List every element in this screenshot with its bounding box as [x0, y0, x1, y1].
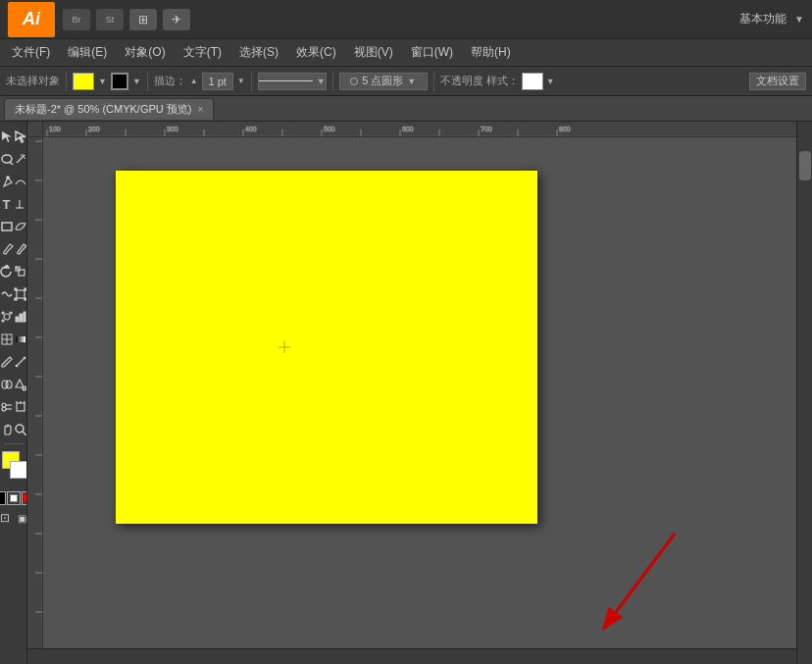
style-arrow-icon[interactable]: ▼: [546, 77, 555, 86]
rectangle-tool-button[interactable]: [0, 216, 14, 237]
line-style-dropdown[interactable]: ▼: [258, 73, 327, 90]
menu-select[interactable]: 选择(S): [231, 40, 286, 65]
menu-file[interactable]: 文件(F): [4, 40, 58, 65]
fill-color-swatch[interactable]: [73, 73, 94, 90]
selection-tool-button[interactable]: [0, 126, 14, 147]
svg-point-6: [6, 177, 8, 179]
type-tool-button[interactable]: T: [0, 193, 13, 215]
menu-object[interactable]: 对象(O): [117, 40, 173, 65]
blob-brush-tool-button[interactable]: [14, 238, 27, 260]
magic-wand-tool-button[interactable]: [14, 148, 27, 170]
warp-tool-button[interactable]: [0, 283, 14, 305]
fill-arrow-icon[interactable]: ▼: [98, 77, 107, 86]
hand-tool-button[interactable]: [0, 419, 14, 440]
artboard-tool-button[interactable]: [14, 396, 27, 418]
send-icon[interactable]: ✈: [163, 9, 190, 30]
menu-type[interactable]: 文字(T): [176, 40, 229, 65]
grid-icon[interactable]: ⊞: [129, 9, 157, 30]
svg-text:700: 700: [481, 126, 492, 132]
ruler-vertical: [27, 122, 43, 664]
svg-text:200: 200: [88, 126, 100, 132]
svg-point-19: [4, 314, 10, 320]
brush-arrow-icon[interactable]: ▼: [407, 77, 416, 86]
bridge-icon[interactable]: Br: [63, 9, 90, 30]
symbol-sprayer-button[interactable]: [0, 306, 14, 328]
extra-icons: ⊡ ▣: [0, 491, 27, 525]
document-settings-button[interactable]: 文档设置: [749, 73, 806, 90]
gradient-tool-button[interactable]: [14, 329, 27, 350]
stock-icon[interactable]: St: [96, 9, 124, 30]
sep5: [433, 72, 434, 91]
ruler-horizontal: 100 200 300 400 500 600 700 800: [27, 122, 796, 137]
canvas-area[interactable]: 100 200 300 400 500 600 700 800: [27, 122, 812, 664]
eyedropper-tool-button[interactable]: [0, 351, 14, 373]
mesh-tool-button[interactable]: [0, 329, 14, 350]
arrow-annotation: [596, 524, 694, 644]
direct-selection-tool-button[interactable]: [14, 126, 27, 147]
scale-tool-button[interactable]: [14, 261, 27, 282]
menu-edit[interactable]: 编辑(E): [60, 40, 115, 65]
screen-mode-icon[interactable]: [7, 491, 21, 505]
rotate-tool-button[interactable]: [0, 261, 14, 282]
workspace-label: 基本功能: [739, 11, 787, 27]
svg-rect-15: [15, 288, 17, 290]
toggle-view-icon[interactable]: ▣: [15, 511, 27, 525]
svg-rect-17: [15, 298, 17, 300]
svg-rect-9: [2, 223, 12, 230]
change-screen-mode-icon[interactable]: ⊡: [0, 511, 12, 525]
title-icons: Br St ⊞ ✈: [63, 9, 739, 30]
pen-tool-button[interactable]: [0, 171, 14, 192]
zoom-tool-button[interactable]: [14, 419, 27, 440]
document-tab[interactable]: 未标题-2* @ 50% (CMYK/GPU 预览) ×: [4, 98, 214, 120]
tab-title: 未标题-2* @ 50% (CMYK/GPU 预览): [15, 102, 191, 117]
style-label: 样式：: [486, 74, 519, 88]
hand-tools-row: [0, 419, 26, 440]
menu-window[interactable]: 窗口(W): [403, 40, 461, 65]
style-swatch[interactable]: [522, 73, 543, 90]
stroke-arrow-icon[interactable]: ▼: [132, 77, 141, 86]
background-color-swatch[interactable]: [10, 461, 27, 479]
live-paint-bucket-button[interactable]: [14, 374, 27, 395]
curvature-tool-button[interactable]: [14, 171, 27, 192]
svg-rect-16: [25, 288, 26, 290]
svg-text:800: 800: [559, 126, 571, 132]
tab-close-button[interactable]: ×: [197, 104, 203, 115]
lasso-tools-row: [0, 148, 26, 170]
menu-help[interactable]: 帮助(H): [463, 40, 519, 65]
scissors-tool-button[interactable]: [0, 396, 14, 418]
stroke-value-input[interactable]: [202, 73, 233, 90]
menu-view[interactable]: 视图(V): [346, 40, 401, 65]
lasso-tool-button[interactable]: [0, 148, 14, 170]
svg-rect-18: [25, 298, 26, 300]
brush-tools-row: [0, 238, 26, 260]
stroke-color-swatch[interactable]: [111, 73, 128, 90]
free-transform-tool-button[interactable]: [14, 283, 27, 305]
pen-tools-row: [0, 171, 26, 192]
mesh-tools-row: [0, 329, 26, 350]
horizontal-scrollbar[interactable]: [27, 648, 796, 664]
svg-point-21: [10, 312, 12, 314]
normal-mode-icon[interactable]: [0, 491, 6, 505]
document-canvas[interactable]: [116, 171, 537, 524]
shaper-tool-button[interactable]: [14, 216, 27, 237]
measure-tool-button[interactable]: [14, 351, 27, 373]
scissors-tools-row: [0, 396, 26, 418]
vertical-scrollbar[interactable]: [796, 122, 812, 664]
title-right: 基本功能 ▼: [739, 11, 804, 27]
brush-definition-dropdown[interactable]: 5 点圆形 ▼: [339, 73, 428, 90]
line-style-arrow-icon[interactable]: ▼: [317, 77, 326, 86]
tab-bar: 未标题-2* @ 50% (CMYK/GPU 预览) ×: [0, 96, 812, 122]
blend-tool-button[interactable]: [0, 374, 14, 395]
view-mode-row: ⊡ ▣: [0, 511, 27, 525]
svg-text:300: 300: [167, 126, 178, 132]
stroke-down-icon[interactable]: ▼: [237, 77, 245, 85]
stroke-up-icon[interactable]: ▲: [190, 77, 198, 85]
vertical-scrollbar-thumb[interactable]: [799, 151, 811, 180]
paintbrush-tool-button[interactable]: [0, 238, 14, 260]
touch-type-tool-button[interactable]: [13, 193, 26, 215]
svg-line-86: [616, 534, 675, 612]
column-graph-button[interactable]: [14, 306, 27, 328]
menu-effect[interactable]: 效果(C): [288, 40, 344, 65]
workspace-arrow-icon[interactable]: ▼: [794, 14, 804, 25]
symbol-tools-row: [0, 306, 26, 328]
